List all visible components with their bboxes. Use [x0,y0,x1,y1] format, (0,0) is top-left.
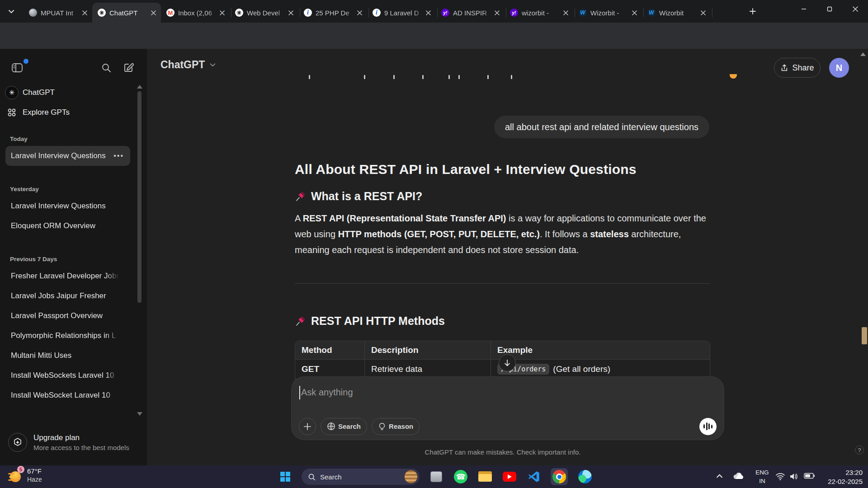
share-label: Share [792,63,814,73]
voice-mode-button[interactable] [699,418,717,435]
taskbar-clock[interactable]: 23:20 22-02-2025 [819,468,863,486]
taskbar-search-box[interactable]: Search [302,469,420,485]
wifi-icon[interactable] [776,473,785,480]
chat-item-label: Eloquent ORM Overview [5,221,119,230]
new-tab-button[interactable] [747,5,759,17]
chat-history-item[interactable]: Install WebSockets Laravel 10 ••• [5,366,130,385]
weather-widget[interactable]: 5 67°F Haze [8,467,42,483]
tab-title: 25 PHP De [316,9,355,17]
sidebar-scroll-up-arrow[interactable] [137,85,142,89]
start-button[interactable] [278,470,292,483]
browser-tab[interactable]: 9 Laravel D [367,3,436,23]
taskbar-whatsapp-icon[interactable]: ☎ [454,470,467,483]
model-switcher[interactable]: ChatGPT [160,59,216,71]
taskbar-youtube-icon[interactable] [503,470,516,483]
browser-tab[interactable]: Wizorbit [642,3,711,23]
tab-close-icon[interactable] [699,9,707,17]
sidebar: ChatGPT Explore GPTs Today Laravel Inter… [0,49,147,465]
share-button[interactable]: Share [774,58,821,78]
browser-tab[interactable]: AD INSPIR [436,3,505,23]
chat-item-label: Laravel Interview Questions [5,202,119,211]
browser-tab[interactable]: ChatGPT [92,3,161,23]
browser-tab[interactable]: 25 PHP De [298,3,367,23]
section-items: Laravel Interview Questions ••• [0,146,136,166]
chat-item-options-icon[interactable]: ••• [113,152,124,160]
tab-close-icon[interactable] [149,9,157,17]
search-tool-button[interactable]: Search [321,418,367,435]
chat-history-item[interactable]: Laravel Jobs Jaipur Fresher ••• [5,286,130,306]
composer[interactable]: Ask anything Search Reason [292,377,724,440]
taskbar-chrome-icon[interactable] [552,470,566,483]
tab-title: Inbox (2,06 [178,9,218,17]
attach-plus-button[interactable] [299,418,316,435]
tray-hidden-icons-chevron[interactable] [716,473,723,479]
tab-close-icon[interactable] [424,9,432,17]
window-minimize-button[interactable] [791,0,816,18]
tab-title: MPUAT Int [41,9,80,17]
onedrive-cloud-icon[interactable] [732,472,744,481]
chat-history-item[interactable]: Laravel Interview Questions ••• [5,146,130,166]
assistant-paragraph: A REST API (Representational State Trans… [295,211,712,258]
windows-taskbar: 5 67°F Haze Search ☎ ENG IN [0,465,868,488]
main-scroll-up-arrow[interactable] [860,52,866,56]
browser-tab[interactable]: Web Devel [230,3,298,23]
clock-time: 23:20 [819,468,863,477]
upgrade-hexagon-icon [8,433,27,452]
taskbar-app-window-icon[interactable] [429,470,443,483]
sidebar-item-explore-gpts[interactable]: Explore GPTs [4,103,136,122]
table-header-cell: Example [491,341,710,359]
sidebar-item-label: ChatGPT [23,88,55,97]
search-chats-icon[interactable] [97,59,115,77]
main-scrollbar-thumb[interactable] [862,327,867,344]
account-avatar[interactable]: N [829,58,849,78]
section-heading-2: REST API HTTP Methods [295,314,445,328]
tab-close-icon[interactable] [355,9,363,17]
upgrade-plan-button[interactable]: Upgrade plan More access to the best mod… [5,427,140,457]
tab-close-icon[interactable] [80,9,89,17]
tab-title: wizorbit - [522,9,561,17]
chat-history-item[interactable]: Polymorphic Relationships in L ••• [5,326,130,346]
chat-item-label: Laravel Passport Overview [5,311,119,320]
waveform-icon [703,424,705,428]
tab-favicon [166,9,175,17]
taskbar-edge-icon[interactable] [578,470,592,483]
chat-history-item[interactable]: Fresher Laravel Developer Jobs ••• [5,266,130,286]
main-panel: ChatGPT Share N all about rest api and r… [147,49,868,465]
search-highlight-image[interactable] [404,470,418,483]
help-button[interactable]: ? [855,446,864,455]
browser-tab[interactable]: MPUAT Int [24,3,92,23]
sidebar-scroll-down-arrow[interactable] [137,412,142,416]
divider [295,283,710,284]
language-indicator[interactable]: ENG IN [753,468,771,485]
model-name: ChatGPT [160,59,205,71]
battery-icon[interactable] [804,473,815,479]
chat-history-item[interactable]: Multani Mitti Uses ••• [5,346,130,366]
section-heading-text: What is a REST API? [311,190,422,203]
language-bottom: IN [753,477,771,485]
browser-tab[interactable]: Inbox (2,06 [161,3,230,23]
taskbar-vscode-icon[interactable] [527,470,541,483]
sidebar-scrollbar-thumb[interactable] [137,91,142,303]
tab-close-icon[interactable] [287,9,295,17]
browser-tab[interactable]: Wizorbit - [573,3,642,23]
composer-input[interactable]: Ask anything [301,387,353,398]
chat-history-item[interactable]: Install WebSocket Laravel 10 ••• [5,385,130,405]
chat-history-item[interactable]: Laravel Passport Overview ••• [5,306,130,326]
tab-close-icon[interactable] [493,9,501,17]
window-maximize-button[interactable] [816,0,842,18]
window-close-button[interactable] [842,0,868,18]
browser-tab[interactable]: wizorbit - [505,3,573,23]
tab-close-icon[interactable] [218,9,226,17]
tab-close-icon[interactable] [561,9,570,17]
scroll-to-bottom-button[interactable] [499,354,516,371]
chat-history-item[interactable]: Eloquent ORM Overview ••• [5,216,130,236]
tab-title: Web Devel [247,9,287,17]
tab-search-chevron-icon[interactable] [5,6,17,18]
sidebar-item-chatgpt[interactable]: ChatGPT [4,83,136,102]
chat-history-item[interactable]: Laravel Interview Questions ••• [5,196,130,216]
tab-close-icon[interactable] [630,9,638,17]
new-chat-icon[interactable] [119,59,137,77]
speaker-icon[interactable] [789,473,798,480]
reason-tool-button[interactable]: Reason [372,418,420,435]
taskbar-file-explorer-icon[interactable] [478,470,492,483]
